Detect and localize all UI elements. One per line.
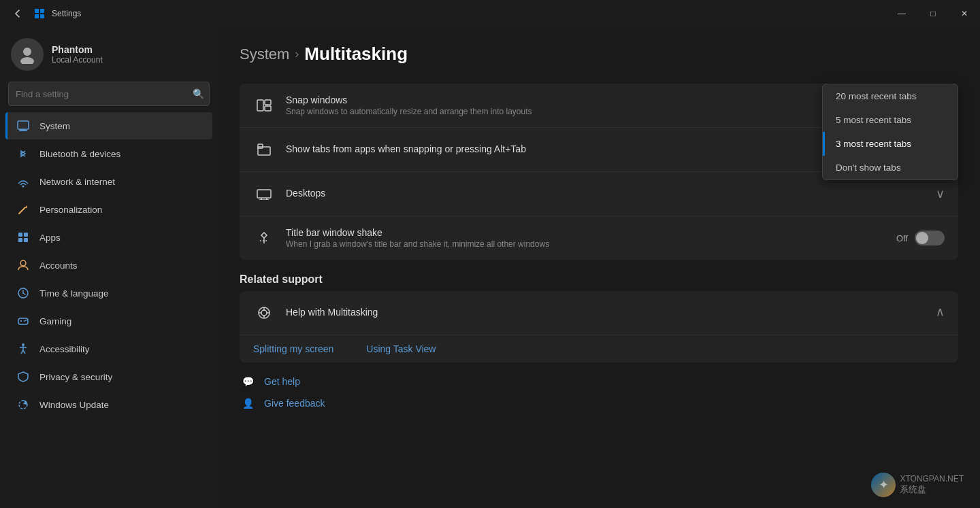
give-feedback-row: 👤 Give feedback [240, 395, 958, 411]
svg-line-27 [21, 350, 23, 354]
desktops-text: Desktops [286, 188, 936, 200]
dropdown-item-20[interactable]: 20 most recent tabs [823, 84, 958, 108]
svg-rect-19 [18, 318, 28, 324]
svg-rect-34 [257, 190, 271, 198]
accounts-nav-icon [16, 258, 30, 272]
minimize-button[interactable]: — [886, 0, 917, 27]
snap-windows-row: Snap windows Snap windows to automatical… [240, 84, 958, 128]
app-icon [33, 7, 46, 20]
give-feedback-link[interactable]: Give feedback [264, 398, 325, 409]
window-controls: — □ ✕ [886, 0, 980, 27]
svg-rect-11 [18, 233, 22, 237]
help-multitasking-control: ∨ [936, 305, 945, 320]
breadcrumb-current: Multitasking [304, 44, 408, 65]
sidebar-item-personalization[interactable]: Personalization [5, 196, 212, 223]
related-support-header: Related support [240, 273, 958, 286]
help-multitasking-title: Help with Multitasking [286, 307, 936, 318]
splitting-screen-link[interactable]: Splitting my screen [253, 343, 333, 354]
title-bar-shake-text: Title bar window shake When I grab a win… [286, 227, 896, 249]
show-tabs-icon [253, 139, 275, 160]
breadcrumb: System › Multitasking [240, 44, 958, 65]
content-area: System › Multitasking Snap windows Snap … [218, 27, 980, 508]
title-bar-shake-toggle[interactable] [915, 231, 945, 245]
avatar [11, 38, 44, 71]
apps-nav-icon [16, 231, 30, 244]
svg-rect-3 [40, 14, 44, 18]
sidebar-item-system[interactable]: System [5, 112, 212, 139]
help-multitasking-text: Help with Multitasking [286, 307, 936, 319]
sidebar-label-update: Windows Update [39, 400, 109, 410]
title-bar-shake-title: Title bar window shake [286, 227, 896, 238]
app-container: Phantom Local Account 🔍 System Bluetooth… [0, 27, 980, 508]
sidebar-item-bluetooth[interactable]: Bluetooth & devices [5, 140, 212, 167]
svg-rect-1 [40, 9, 44, 13]
get-help-row: 💬 Get help [240, 373, 958, 390]
dropdown-item-5[interactable]: 5 most recent tabs [823, 108, 958, 132]
help-icon [253, 302, 275, 324]
toggle-thumb [916, 232, 928, 244]
sidebar-item-accounts[interactable]: Accounts [5, 252, 212, 279]
close-button[interactable]: ✕ [949, 0, 980, 27]
svg-rect-30 [265, 100, 271, 105]
sidebar-item-apps[interactable]: Apps [5, 224, 212, 251]
sidebar-label-bluetooth: Bluetooth & devices [39, 149, 120, 159]
help-chevron-up[interactable]: ∨ [936, 305, 945, 320]
back-button[interactable] [8, 4, 27, 23]
breadcrumb-separator: › [295, 47, 299, 61]
desktops-control: ∨ [936, 186, 945, 201]
title-bar-shake-control: Off [896, 231, 945, 245]
footer-links: 💬 Get help 👤 Give feedback [240, 373, 958, 411]
snap-windows-icon [253, 95, 275, 116]
title-bar: Settings — □ ✕ [0, 0, 980, 27]
sidebar-item-time[interactable]: Time & language [5, 280, 212, 307]
svg-rect-0 [35, 9, 39, 13]
toggle-label-off: Off [896, 233, 908, 243]
svg-rect-14 [24, 238, 28, 242]
dropdown-item-3[interactable]: 3 most recent tabs [823, 132, 958, 156]
user-info: Phantom Local Account [52, 44, 103, 65]
svg-rect-13 [18, 238, 22, 242]
sidebar-item-update[interactable]: Windows Update [5, 391, 212, 418]
search-input[interactable] [8, 82, 210, 106]
sidebar-label-network: Network & internet [39, 177, 115, 187]
settings-card-main: Snap windows Snap windows to automatical… [240, 84, 958, 260]
svg-line-10 [19, 207, 25, 214]
sidebar-item-network[interactable]: Network & internet [5, 168, 212, 195]
user-subtitle: Local Account [52, 55, 103, 65]
sidebar-label-system: System [39, 121, 70, 131]
get-help-link[interactable]: Get help [264, 376, 300, 387]
desktops-chevron[interactable]: ∨ [936, 186, 945, 201]
sidebar-label-personalization: Personalization [39, 205, 102, 215]
desktops-title: Desktops [286, 188, 936, 199]
svg-line-28 [23, 350, 25, 354]
related-support-card: Help with Multitasking ∨ Splitting my sc… [240, 291, 958, 362]
get-help-icon: 💬 [240, 373, 256, 390]
task-view-link[interactable]: Using Task View [366, 343, 436, 354]
sidebar-label-accounts: Accounts [39, 260, 78, 271]
time-nav-icon [16, 286, 30, 300]
update-nav-icon [16, 398, 30, 411]
svg-point-15 [20, 260, 26, 266]
sidebar-label-accessibility: Accessibility [39, 344, 90, 354]
accessibility-nav-icon [16, 342, 30, 356]
svg-point-5 [20, 57, 34, 64]
watermark-label: 系统盘 [900, 484, 964, 496]
sidebar-item-accessibility[interactable]: Accessibility [5, 335, 212, 362]
sidebar-label-time: Time & language [39, 288, 109, 299]
system-nav-icon [16, 119, 30, 133]
svg-point-39 [261, 310, 267, 316]
breadcrumb-parent: System [240, 46, 289, 63]
svg-rect-31 [265, 106, 271, 111]
watermark-text: XTONGPAN.NET 系统盘 [900, 474, 964, 496]
sidebar-label-apps: Apps [39, 233, 61, 243]
search-icon: 🔍 [193, 88, 204, 99]
title-bar-shake-subtitle: When I grab a window's title bar and sha… [286, 239, 896, 249]
maximize-button[interactable]: □ [917, 0, 949, 27]
dropdown-item-none[interactable]: Don't show tabs [823, 156, 958, 180]
svg-point-24 [22, 343, 24, 346]
sidebar-item-gaming[interactable]: Gaming [5, 307, 212, 335]
svg-rect-2 [35, 14, 39, 18]
sidebar-item-privacy[interactable]: Privacy & security [5, 363, 212, 390]
svg-line-18 [23, 293, 25, 294]
nav-list: System Bluetooth & devices Network & int… [0, 112, 218, 419]
